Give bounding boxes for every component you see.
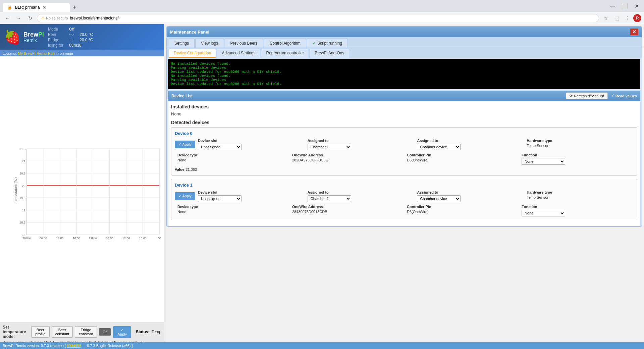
brewpi-remix: Remix bbox=[23, 38, 44, 43]
device-0-function-select[interactable]: None Chamber Temp Beer Temp bbox=[522, 158, 565, 165]
svg-text:18:00: 18:00 bbox=[139, 237, 147, 240]
minimize-button[interactable]: — bbox=[608, 1, 617, 11]
device-0-apply-btn[interactable]: ✓ Apply bbox=[175, 141, 195, 148]
maximize-button[interactable]: ⬜ bbox=[620, 1, 629, 11]
console-line: No installed devices found. bbox=[171, 74, 638, 78]
device-1-ctrlpin-group: Controller Pin D6(OneWire) bbox=[407, 205, 519, 214]
tab-device-config[interactable]: Device Configuration bbox=[169, 49, 216, 58]
console-output: No installed devices found. Parsing avai… bbox=[168, 59, 640, 89]
brewpi-brand: BrewPi bbox=[23, 32, 44, 38]
off-btn[interactable]: Off bbox=[99, 328, 111, 336]
tab-script-label: Script running bbox=[317, 41, 342, 46]
security-icon: ⚠ bbox=[41, 16, 45, 20]
device-0-value-value: 21.063 bbox=[185, 167, 197, 171]
svg-text:12:00: 12:00 bbox=[122, 237, 130, 240]
security-text: No es seguro bbox=[46, 16, 68, 20]
svg-text:21.5: 21.5 bbox=[19, 147, 25, 151]
device-0-function-group: Function None Chamber Temp Beer Temp bbox=[522, 153, 634, 165]
device-0-hwtype-value: Temp Sensor bbox=[527, 144, 634, 148]
device-0-hwtype-group: Hardware type Temp Sensor bbox=[527, 139, 634, 148]
profile-icon[interactable]: R bbox=[633, 14, 641, 22]
svg-text:12:00: 12:00 bbox=[56, 237, 63, 240]
device-1-function-label: Function bbox=[522, 205, 634, 209]
fridge-constant-btn[interactable]: Fridge constant bbox=[75, 326, 97, 338]
brewpi-header: 🍓 BrewPi Remix Mode Off Beer --.- 20.0 °… bbox=[0, 24, 164, 50]
tab-favicon: 🍺 bbox=[7, 5, 12, 10]
beer-value: --.- bbox=[69, 32, 74, 37]
beer-constant-btn[interactable]: Beer constant bbox=[52, 326, 73, 338]
device-1-slot-select[interactable]: Unassigned Slot 0 Slot 1 bbox=[198, 195, 241, 202]
console-line: Device list updated for esp8266 with a D… bbox=[171, 82, 638, 86]
device-0-ctrlpin-value: D6(OneWire) bbox=[407, 158, 519, 162]
tab-control-algorithm[interactable]: Control Algorithm bbox=[264, 39, 306, 48]
idling-value: 08m38 bbox=[69, 43, 82, 48]
svg-text:18: 18 bbox=[22, 233, 25, 237]
device-0-assigned2-select[interactable]: Chamber device Beer device bbox=[417, 144, 461, 150]
device-0-slot-group: Device slot Unassigned Slot 0 Slot 1 bbox=[198, 139, 305, 150]
active-tab[interactable]: 🍺 BLR: primaria ✕ bbox=[3, 3, 70, 12]
device-0-assigned2-label: Assigned to bbox=[417, 139, 524, 143]
new-tab-button[interactable]: + bbox=[70, 3, 79, 12]
menu-dots-icon[interactable]: ⋮ bbox=[623, 13, 632, 23]
tab-title: BLR: primaria bbox=[15, 5, 40, 10]
tab-brewpi-addons[interactable]: BrewPi Add-Ons bbox=[310, 49, 349, 58]
tab-reprogram[interactable]: Reprogram controller bbox=[261, 49, 309, 58]
status-bar: BrewPi Remix version: 0.7.3 (master) [ 8… bbox=[0, 342, 644, 348]
device-1-assigned1-group: Assigned to Chamber 1 Chamber 2 bbox=[308, 190, 415, 202]
tab-close-btn[interactable]: ✕ bbox=[42, 5, 46, 10]
refresh-icon: ⟳ bbox=[570, 94, 573, 98]
logging-text: Logging: bbox=[3, 51, 17, 55]
device-0-devtype-label: Device type bbox=[177, 153, 289, 157]
beer-profile-btn[interactable]: Beer profile bbox=[31, 326, 49, 338]
device-0-devtype-group: Device type None bbox=[177, 153, 289, 162]
device-1-devtype-group: Device type None bbox=[177, 205, 289, 214]
read-values-check[interactable]: ✓ Read values bbox=[611, 94, 637, 98]
close-window-button[interactable]: ✕ bbox=[632, 1, 641, 11]
tab-previous-beers[interactable]: Previous Beers bbox=[225, 39, 263, 48]
extensions-icon[interactable]: ⬚ bbox=[612, 13, 621, 23]
device-list-title: Device List bbox=[171, 94, 193, 98]
device-0-assigned1-select[interactable]: Chamber 1 Chamber 2 bbox=[308, 144, 351, 150]
panel-header: Maintenance Panel ✕ bbox=[167, 27, 642, 37]
mode-value: Off bbox=[69, 27, 74, 32]
device-0-devtype-value: None bbox=[177, 158, 289, 162]
refresh-device-btn[interactable]: ⟳ Refresh device list bbox=[566, 92, 608, 99]
device-1-apply-btn[interactable]: ✓ Apply bbox=[175, 192, 195, 200]
panel-title: Maintenance Panel bbox=[170, 30, 209, 35]
device-0-slot-select[interactable]: Unassigned Slot 0 Slot 1 bbox=[198, 144, 241, 150]
tab-advanced-settings[interactable]: Advanced Settings bbox=[217, 49, 260, 58]
device-1-slot-group: Device slot Unassigned Slot 0 Slot 1 bbox=[198, 190, 305, 202]
status-link[interactable]: 830d698 bbox=[67, 344, 81, 348]
device-0-function-label: Function bbox=[522, 153, 634, 157]
device-0-value-group: Value 21.063 bbox=[175, 167, 197, 172]
device-1-onewire-label: OneWire Address bbox=[292, 205, 404, 209]
device-1-hwtype-group: Hardware type Temp Sensor bbox=[527, 190, 634, 199]
forward-button[interactable]: → bbox=[14, 13, 23, 23]
status-text: BrewPi Remix version: 0.7.3 (master) [ bbox=[3, 344, 67, 348]
read-values-label: Read values bbox=[615, 94, 637, 98]
panel-close-btn[interactable]: ✕ bbox=[630, 29, 638, 35]
device-1-devtype-label: Device type bbox=[177, 205, 289, 209]
device-1-title: Device 1 bbox=[175, 183, 634, 188]
console-line: Parsing available devices bbox=[171, 78, 638, 82]
bookmark-star-icon[interactable]: ☆ bbox=[601, 13, 610, 23]
device-1-function-select[interactable]: None Chamber Temp Beer Temp bbox=[522, 210, 565, 216]
fridge-value: --.- bbox=[69, 38, 74, 42]
device-0-slot-label: Device slot bbox=[198, 139, 305, 143]
address-bar[interactable]: ⚠ No es seguro brewpi.local/fermentacion… bbox=[37, 14, 599, 22]
device-0-hwtype-label: Hardware type bbox=[527, 139, 634, 143]
svg-text:19.5: 19.5 bbox=[19, 196, 25, 200]
tab-view-logs[interactable]: View logs bbox=[195, 39, 224, 48]
tab-settings[interactable]: Settings bbox=[169, 39, 195, 48]
apply-temp-btn[interactable]: ✓ Apply bbox=[113, 326, 131, 338]
tab-script-running[interactable]: ✓ Script running bbox=[307, 39, 348, 48]
maintenance-panel: Maintenance Panel ✕ Settings View logs P… bbox=[166, 26, 642, 227]
refresh-btn-label: Refresh device list bbox=[574, 94, 604, 98]
device-1-assigned1-select[interactable]: Chamber 1 Chamber 2 bbox=[308, 195, 351, 202]
detected-title: Detected devices bbox=[171, 120, 637, 125]
logging-link[interactable]: My BrewPi Remix Run bbox=[18, 51, 55, 55]
beer-temp: 20.0 °C bbox=[79, 32, 93, 37]
device-1-assigned2-select[interactable]: Chamber device Beer device bbox=[417, 195, 461, 202]
back-button[interactable]: ← bbox=[3, 13, 12, 23]
refresh-button[interactable]: ↻ bbox=[25, 13, 35, 23]
